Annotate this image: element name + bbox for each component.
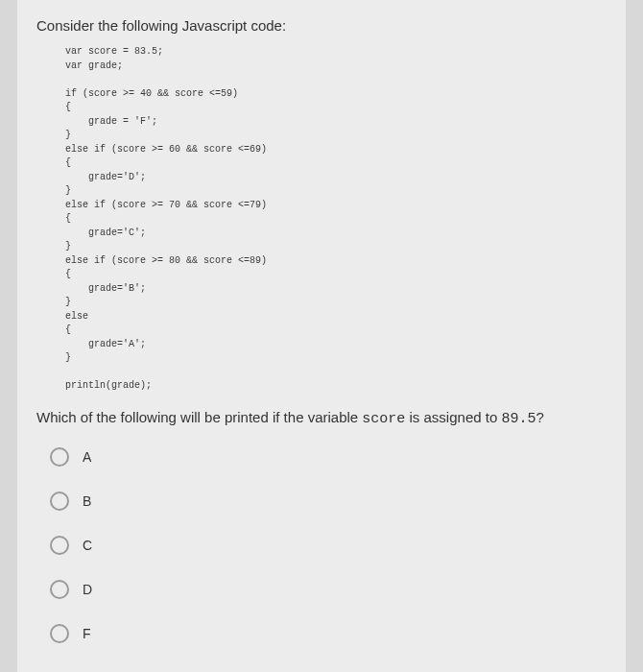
option-a[interactable]: A [50,447,607,467]
option-c[interactable]: C [50,536,607,555]
radio-icon[interactable] [50,447,69,467]
option-label-d: D [83,582,92,597]
question-pre: Which of the following will be printed i… [36,409,362,425]
option-label-b: B [83,493,91,509]
radio-icon[interactable] [50,492,69,511]
radio-icon[interactable] [50,580,69,599]
radio-icon[interactable] [50,624,69,643]
question-var: score [362,411,405,427]
radio-icon[interactable] [50,536,69,555]
option-b[interactable]: B [50,492,607,511]
question-post: ? [536,409,543,425]
prompt-heading: Consider the following Javascript code: [36,17,607,34]
option-label-c: C [83,538,92,553]
options-list: A B C D F [50,447,607,643]
option-f[interactable]: F [50,624,607,643]
question-mid: is assigned to [405,409,501,425]
question-text: Which of the following will be printed i… [36,407,607,431]
code-block: var score = 83.5; var grade; if (score >… [65,45,607,394]
option-d[interactable]: D [50,580,607,599]
option-label-f: F [83,626,91,641]
question-val: 89.5 [501,411,536,427]
option-label-a: A [83,449,91,465]
question-card: Consider the following Javascript code: … [17,0,626,672]
